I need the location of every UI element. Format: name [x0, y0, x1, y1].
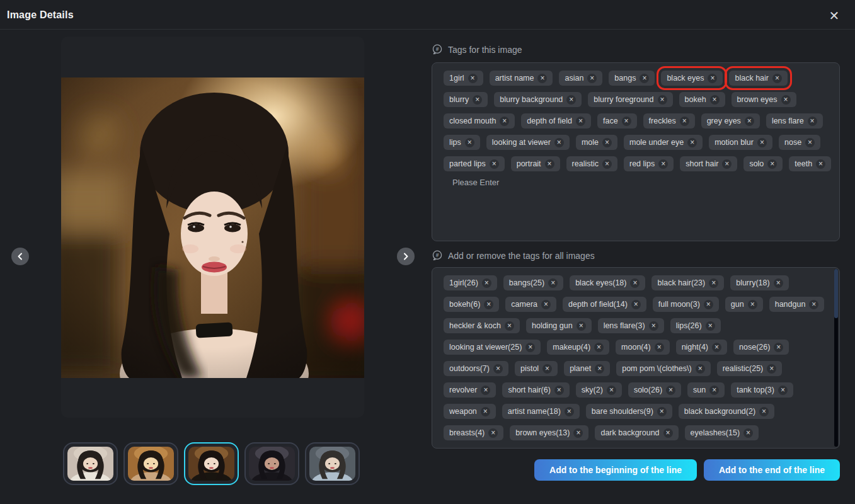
remove-tag-icon[interactable]: × — [781, 95, 791, 105]
tag-chip[interactable]: red lips× — [624, 156, 674, 171]
tag-chip[interactable]: closed mouth× — [444, 113, 515, 129]
remove-tag-icon[interactable]: × — [630, 278, 640, 288]
tag-chip[interactable]: teeth× — [789, 156, 831, 171]
remove-tag-icon[interactable]: × — [759, 407, 769, 416]
remove-tag-icon[interactable]: × — [658, 95, 667, 105]
remove-tag-icon[interactable]: × — [663, 428, 673, 438]
remove-tag-icon[interactable]: × — [748, 300, 757, 309]
remove-tag-icon[interactable]: × — [657, 407, 667, 416]
tag-chip[interactable]: portrait× — [511, 156, 560, 171]
remove-tag-icon[interactable]: × — [655, 343, 664, 352]
remove-tag-icon[interactable]: × — [767, 159, 777, 169]
tag-chip[interactable]: eyelashes(15)× — [685, 425, 759, 440]
remove-tag-icon[interactable]: × — [465, 138, 474, 147]
tag-chip[interactable]: gun× — [725, 297, 763, 312]
close-icon[interactable]: ✕ — [827, 9, 841, 23]
remove-tag-icon[interactable]: × — [577, 321, 586, 331]
tag-chip[interactable]: mole under eye× — [624, 135, 703, 150]
remove-tag-icon[interactable]: × — [808, 117, 817, 126]
remove-tag-icon[interactable]: × — [537, 74, 547, 83]
remove-tag-icon[interactable]: × — [772, 74, 782, 83]
remove-tag-icon[interactable]: × — [722, 159, 732, 169]
tag-chip[interactable]: artist name× — [490, 71, 553, 86]
tag-chip[interactable]: heckler & koch× — [444, 318, 520, 333]
remove-tag-icon[interactable]: × — [565, 407, 574, 416]
remove-tag-icon[interactable]: × — [542, 364, 552, 374]
tag-chip[interactable]: realistic(25)× — [717, 361, 783, 376]
remove-tag-icon[interactable]: × — [602, 159, 612, 169]
remove-tag-icon[interactable]: × — [666, 386, 675, 395]
remove-tag-icon[interactable]: × — [805, 138, 815, 147]
tag-chip[interactable]: motion blur× — [709, 135, 772, 150]
tag-chip[interactable]: 1girl(26)× — [444, 275, 497, 290]
tag-chip[interactable]: looking at viewer× — [486, 135, 570, 150]
tag-chip[interactable]: looking at viewer(25)× — [444, 340, 541, 355]
remove-tag-icon[interactable]: × — [587, 74, 597, 83]
tag-chip[interactable]: short hair× — [680, 156, 737, 171]
remove-tag-icon[interactable]: × — [554, 138, 564, 147]
remove-tag-icon[interactable]: × — [767, 364, 776, 374]
tag-chip[interactable]: makeup(4)× — [547, 340, 609, 355]
remove-tag-icon[interactable]: × — [622, 117, 631, 126]
tag-chip[interactable]: weapon× — [444, 404, 496, 419]
remove-tag-icon[interactable]: × — [708, 74, 717, 83]
tag-chip[interactable]: night(4)× — [676, 340, 727, 355]
next-image-button[interactable] — [397, 248, 415, 265]
tag-chip[interactable]: moon(4)× — [616, 340, 670, 355]
remove-tag-icon[interactable]: × — [473, 95, 482, 105]
tag-chip[interactable]: lens flare× — [766, 113, 823, 129]
tag-chip[interactable]: solo× — [743, 156, 783, 171]
remove-tag-icon[interactable]: × — [710, 95, 720, 105]
remove-tag-icon[interactable]: × — [640, 74, 649, 83]
remove-tag-icon[interactable]: × — [482, 278, 491, 288]
tag-chip[interactable]: realistic× — [566, 156, 617, 171]
remove-tag-icon[interactable]: × — [500, 117, 509, 126]
scrollbar-thumb[interactable] — [834, 269, 838, 318]
tag-chip[interactable]: sun× — [687, 382, 725, 398]
tag-chip[interactable]: lens flare(3)× — [598, 318, 664, 333]
remove-tag-icon[interactable]: × — [709, 386, 719, 395]
remove-tag-icon[interactable]: × — [541, 300, 551, 309]
thumbnail[interactable] — [123, 442, 178, 485]
scrollbar-track[interactable] — [834, 269, 838, 447]
remove-tag-icon[interactable]: × — [607, 386, 616, 395]
tag-chip[interactable]: brown eyes× — [732, 92, 796, 107]
tag-chip[interactable]: tank top(3)× — [731, 382, 793, 398]
remove-tag-icon[interactable]: × — [545, 159, 554, 169]
tag-chip[interactable]: pom pom \(clothes\)× — [616, 361, 710, 376]
thumbnail[interactable] — [305, 442, 360, 485]
remove-tag-icon[interactable]: × — [778, 386, 788, 395]
remove-tag-icon[interactable]: × — [554, 386, 564, 395]
remove-tag-icon[interactable]: × — [594, 343, 604, 352]
tag-chip[interactable]: blurry× — [444, 92, 488, 107]
remove-tag-icon[interactable]: × — [687, 138, 697, 147]
remove-tag-icon[interactable]: × — [488, 428, 498, 438]
tag-chip[interactable]: 1girl× — [444, 71, 483, 86]
remove-tag-icon[interactable]: × — [816, 159, 825, 169]
tag-chip[interactable]: outdoors(7)× — [444, 361, 508, 376]
add-to-beginning-button[interactable]: Add to the beginning of the line — [534, 459, 697, 481]
remove-tag-icon[interactable]: × — [481, 407, 490, 416]
remove-tag-icon[interactable]: × — [505, 321, 514, 331]
tag-chip[interactable]: sky(2)× — [576, 382, 622, 398]
tag-chip[interactable]: nose× — [779, 135, 820, 150]
remove-tag-icon[interactable]: × — [743, 428, 753, 438]
tag-chip[interactable]: handgun× — [769, 297, 825, 312]
tag-chip[interactable]: mole× — [576, 135, 617, 150]
remove-tag-icon[interactable]: × — [493, 364, 503, 374]
tag-chip[interactable]: face× — [597, 113, 637, 129]
tag-chip[interactable]: black background(2)× — [679, 404, 774, 419]
tag-chip[interactable]: blurry background× — [494, 92, 582, 107]
thumbnail-selected[interactable] — [184, 442, 239, 485]
remove-tag-icon[interactable]: × — [696, 364, 705, 374]
tag-chip[interactable]: lips(26)× — [670, 318, 721, 333]
tag-chip[interactable]: parted lips× — [444, 156, 505, 171]
remove-tag-icon[interactable]: × — [525, 343, 535, 352]
tag-chip[interactable]: pistol× — [515, 361, 558, 376]
tag-chip[interactable]: bare shoulders(9)× — [586, 404, 672, 419]
remove-tag-icon[interactable]: × — [576, 117, 585, 126]
tag-chip[interactable]: bangs× — [609, 71, 655, 86]
tag-chip[interactable]: camera× — [505, 297, 556, 312]
remove-tag-icon[interactable]: × — [712, 343, 721, 352]
remove-tag-icon[interactable]: × — [680, 117, 689, 126]
